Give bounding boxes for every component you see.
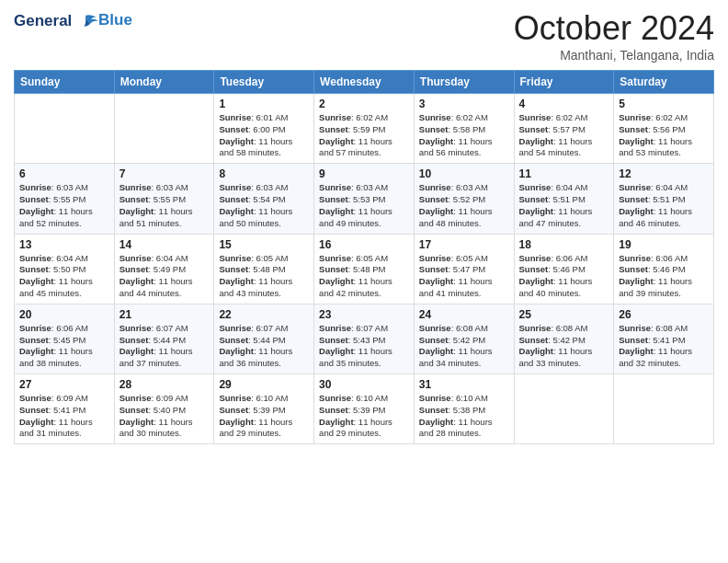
day-number: 2 — [319, 98, 409, 110]
day-info: Sunrise: 6:02 AMSunset: 5:58 PMDaylight:… — [419, 112, 509, 159]
day-number: 29 — [219, 378, 309, 391]
weekday-header-monday: Monday — [114, 71, 214, 94]
calendar-table: SundayMondayTuesdayWednesdayThursdayFrid… — [14, 70, 714, 444]
day-number: 12 — [619, 167, 709, 180]
day-number: 4 — [519, 98, 609, 110]
day-info: Sunrise: 6:05 AMSunset: 5:47 PMDaylight:… — [419, 253, 509, 300]
calendar-cell: 17Sunrise: 6:05 AMSunset: 5:47 PMDayligh… — [414, 234, 514, 304]
day-info: Sunrise: 6:08 AMSunset: 5:42 PMDaylight:… — [519, 323, 609, 370]
day-number: 11 — [519, 167, 609, 180]
weekday-header-thursday: Thursday — [414, 71, 514, 94]
day-number: 16 — [319, 238, 409, 251]
calendar-cell — [114, 94, 214, 164]
calendar-cell — [15, 94, 115, 164]
calendar-cell: 26Sunrise: 6:08 AMSunset: 5:41 PMDayligh… — [614, 304, 714, 373]
calendar-cell: 29Sunrise: 6:10 AMSunset: 5:39 PMDayligh… — [214, 374, 314, 444]
day-info: Sunrise: 6:03 AMSunset: 5:55 PMDaylight:… — [119, 182, 210, 229]
calendar-week-row-2: 6Sunrise: 6:03 AMSunset: 5:55 PMDaylight… — [15, 164, 714, 234]
day-number: 28 — [119, 378, 210, 391]
day-info: Sunrise: 6:06 AMSunset: 5:45 PMDaylight:… — [19, 323, 109, 370]
calendar-cell: 3Sunrise: 6:02 AMSunset: 5:58 PMDaylight… — [414, 94, 514, 164]
calendar-cell: 22Sunrise: 6:07 AMSunset: 5:44 PMDayligh… — [214, 304, 314, 373]
day-number: 26 — [619, 308, 709, 321]
day-number: 24 — [419, 308, 509, 321]
day-number: 14 — [119, 238, 210, 251]
day-info: Sunrise: 6:03 AMSunset: 5:55 PMDaylight:… — [19, 182, 109, 229]
day-number: 13 — [19, 238, 109, 251]
day-info: Sunrise: 6:04 AMSunset: 5:51 PMDaylight:… — [519, 182, 609, 229]
calendar-cell: 20Sunrise: 6:06 AMSunset: 5:45 PMDayligh… — [15, 304, 115, 373]
calendar-cell: 15Sunrise: 6:05 AMSunset: 5:48 PMDayligh… — [214, 234, 314, 304]
day-number: 7 — [119, 167, 210, 180]
calendar-cell: 2Sunrise: 6:02 AMSunset: 5:59 PMDaylight… — [314, 94, 415, 164]
day-number: 18 — [519, 238, 609, 251]
calendar-cell: 14Sunrise: 6:04 AMSunset: 5:49 PMDayligh… — [114, 234, 214, 304]
title-block: October 2024 Manthani, Telangana, India — [514, 9, 714, 63]
calendar-cell: 24Sunrise: 6:08 AMSunset: 5:42 PMDayligh… — [414, 304, 514, 373]
calendar-cell: 13Sunrise: 6:04 AMSunset: 5:50 PMDayligh… — [15, 234, 115, 304]
weekday-header-row: SundayMondayTuesdayWednesdayThursdayFrid… — [15, 71, 714, 94]
calendar-cell: 7Sunrise: 6:03 AMSunset: 5:55 PMDaylight… — [114, 164, 214, 234]
day-info: Sunrise: 6:04 AMSunset: 5:51 PMDaylight:… — [619, 182, 709, 229]
day-info: Sunrise: 6:02 AMSunset: 5:56 PMDaylight:… — [619, 112, 709, 159]
calendar-cell — [614, 374, 714, 444]
day-info: Sunrise: 6:02 AMSunset: 5:59 PMDaylight:… — [319, 112, 409, 159]
day-number: 31 — [419, 378, 509, 391]
calendar-cell — [514, 374, 614, 444]
weekday-header-friday: Friday — [514, 71, 614, 94]
day-info: Sunrise: 6:03 AMSunset: 5:52 PMDaylight:… — [419, 182, 509, 229]
day-info: Sunrise: 6:08 AMSunset: 5:42 PMDaylight:… — [419, 323, 509, 370]
logo-bird-icon — [78, 14, 98, 30]
day-number: 20 — [19, 308, 109, 321]
day-info: Sunrise: 6:02 AMSunset: 5:57 PMDaylight:… — [519, 112, 609, 159]
calendar-cell: 18Sunrise: 6:06 AMSunset: 5:46 PMDayligh… — [514, 234, 614, 304]
day-info: Sunrise: 6:05 AMSunset: 5:48 PMDaylight:… — [319, 253, 409, 300]
weekday-header-sunday: Sunday — [15, 71, 115, 94]
day-info: Sunrise: 6:04 AMSunset: 5:49 PMDaylight:… — [119, 253, 210, 300]
calendar-cell: 5Sunrise: 6:02 AMSunset: 5:56 PMDaylight… — [614, 94, 714, 164]
calendar-cell: 11Sunrise: 6:04 AMSunset: 5:51 PMDayligh… — [514, 164, 614, 234]
logo-line2: Blue — [98, 11, 132, 29]
calendar-week-row-5: 27Sunrise: 6:09 AMSunset: 5:41 PMDayligh… — [15, 374, 714, 444]
calendar-cell: 25Sunrise: 6:08 AMSunset: 5:42 PMDayligh… — [514, 304, 614, 373]
calendar-cell: 30Sunrise: 6:10 AMSunset: 5:39 PMDayligh… — [314, 374, 415, 444]
day-number: 22 — [219, 308, 309, 321]
day-info: Sunrise: 6:03 AMSunset: 5:53 PMDaylight:… — [319, 182, 409, 229]
day-number: 5 — [619, 98, 709, 110]
calendar-cell: 1Sunrise: 6:01 AMSunset: 6:00 PMDaylight… — [214, 94, 314, 164]
weekday-header-tuesday: Tuesday — [214, 71, 314, 94]
month-title: October 2024 — [514, 9, 714, 48]
day-info: Sunrise: 6:07 AMSunset: 5:43 PMDaylight:… — [319, 323, 409, 370]
calendar-cell: 27Sunrise: 6:09 AMSunset: 5:41 PMDayligh… — [15, 374, 115, 444]
day-number: 19 — [619, 238, 709, 251]
day-number: 17 — [419, 238, 509, 251]
day-info: Sunrise: 6:10 AMSunset: 5:38 PMDaylight:… — [419, 393, 509, 440]
calendar-cell: 16Sunrise: 6:05 AMSunset: 5:48 PMDayligh… — [314, 234, 415, 304]
day-info: Sunrise: 6:06 AMSunset: 5:46 PMDaylight:… — [619, 253, 709, 300]
day-info: Sunrise: 6:07 AMSunset: 5:44 PMDaylight:… — [219, 323, 309, 370]
day-number: 1 — [219, 98, 309, 110]
day-number: 9 — [319, 167, 409, 180]
day-info: Sunrise: 6:09 AMSunset: 5:40 PMDaylight:… — [119, 393, 210, 440]
day-info: Sunrise: 6:05 AMSunset: 5:48 PMDaylight:… — [219, 253, 309, 300]
calendar-cell: 6Sunrise: 6:03 AMSunset: 5:55 PMDaylight… — [15, 164, 115, 234]
calendar-cell: 21Sunrise: 6:07 AMSunset: 5:44 PMDayligh… — [114, 304, 214, 373]
day-number: 30 — [319, 378, 409, 391]
day-info: Sunrise: 6:10 AMSunset: 5:39 PMDaylight:… — [319, 393, 409, 440]
calendar-cell: 19Sunrise: 6:06 AMSunset: 5:46 PMDayligh… — [614, 234, 714, 304]
day-number: 25 — [519, 308, 609, 321]
weekday-header-saturday: Saturday — [614, 71, 714, 94]
calendar-cell: 4Sunrise: 6:02 AMSunset: 5:57 PMDaylight… — [514, 94, 614, 164]
calendar-cell: 12Sunrise: 6:04 AMSunset: 5:51 PMDayligh… — [614, 164, 714, 234]
weekday-header-wednesday: Wednesday — [314, 71, 415, 94]
day-number: 27 — [19, 378, 109, 391]
day-number: 23 — [319, 308, 409, 321]
calendar-cell: 31Sunrise: 6:10 AMSunset: 5:38 PMDayligh… — [414, 374, 514, 444]
day-info: Sunrise: 6:08 AMSunset: 5:41 PMDaylight:… — [619, 323, 709, 370]
day-info: Sunrise: 6:09 AMSunset: 5:41 PMDaylight:… — [19, 393, 109, 440]
header: General Blue October 2024 Manthani, Tela… — [14, 9, 714, 63]
location: Manthani, Telangana, India — [514, 48, 714, 63]
day-number: 6 — [19, 167, 109, 180]
logo: General Blue — [14, 13, 132, 30]
day-number: 8 — [219, 167, 309, 180]
